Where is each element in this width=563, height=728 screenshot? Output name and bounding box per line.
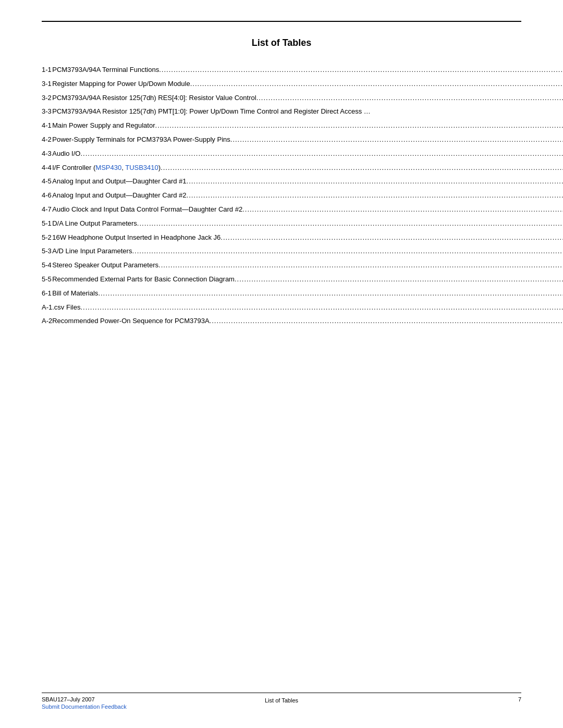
footer-left: SBAU127–July 2007 Submit Documentation F… [42,696,127,710]
toc-title: Register Mapping for Power Up/Down Modul… [52,77,563,91]
toc-leaders [256,93,563,104]
toc-title: I/F Controller (MSP430, TUSB3410) [52,161,563,175]
table-row: 4-7Audio Clock and Input Data Control Fo… [42,203,563,217]
toc-number: A-2 [42,314,52,328]
toc-title-text: PCM3793A/94A Terminal Functions [52,65,159,76]
toc-title-text: Main Power Supply and Regulator [52,120,155,131]
toc-number: 3-1 [42,77,52,91]
toc-number: 4-4 [42,161,52,175]
toc-leaders [187,190,563,201]
toc-title: Analog Input and Output—Daughter Card #1 [52,175,563,189]
toc-title-text: .csv Files [52,302,80,313]
table-row: 5-1D/A Line Output Parameters56 [42,217,563,231]
toc-number: 5-3 [42,244,52,258]
toc-number: 4-3 [42,147,52,161]
toc-title: PCM3793A/94A Resistor 125(7dh) PMT[1:0]:… [52,105,563,119]
toc-title: A/D Line Input Parameters [52,244,563,258]
toc-number: A-1 [42,301,52,315]
footer-doc-id: SBAU127–July 2007 [42,696,127,702]
toc-title-text: Power-Supply Terminals for PCM3793A Powe… [52,134,230,145]
page-container: List of Tables 1-1PCM3793A/94A Terminal … [0,0,563,728]
toc-title: Stereo Speaker Output Parameters [52,258,563,273]
toc-title-text: D/A Line Output Parameters [52,218,137,229]
toc-title: D/A Line Output Parameters [52,217,563,231]
top-border [42,21,521,22]
toc-title: Power-Supply Terminals for PCM3793A Powe… [52,133,563,147]
toc-number: 5-1 [42,217,52,231]
page-title: List of Tables [42,38,521,48]
toc-number: 6-1 [42,287,52,301]
toc-leaders [155,120,563,131]
toc-leaders [98,288,563,299]
toc-title-text: Analog Input and Output—Daughter Card #2 [52,190,186,201]
toc-title-text: Audio Clock and Input Data Control Forma… [52,204,242,215]
toc-leaders [80,149,563,159]
table-row: 6-1Bill of Materials 71 [42,287,563,301]
table-row: 1-1PCM3793A/94A Terminal Functions14 [42,63,563,77]
toc-number: 4-2 [42,133,52,147]
toc-title-text: PCM3793A/94A Resistor 125(7dh) RES[4:0]:… [52,93,256,104]
toc-title: .csv Files [52,301,563,315]
toc-title-text: Bill of Materials [52,288,98,299]
toc-title: 16W Headphone Output Inserted in Headpho… [52,231,563,245]
table-row: A-2Recommended Power-On Sequence for PCM… [42,314,563,328]
toc-title-text: Audio I/O [52,149,80,159]
table-row: 4-1Main Power Supply and Regulator44 [42,119,563,133]
toc-title-text: A/D Line Input Parameters [52,246,132,257]
toc-title-text: I/F Controller (MSP430, TUSB3410) [52,163,161,174]
toc-number: 4-1 [42,119,52,133]
toc-number: 3-2 [42,91,52,105]
toc-number: 4-7 [42,203,52,217]
footer: SBAU127–July 2007 Submit Documentation F… [42,693,521,710]
toc-number: 5-5 [42,273,52,287]
toc-leaders [132,246,563,257]
toc-title: Analog Input and Output—Daughter Card #2 [52,189,563,203]
table-row: 4-4I/F Controller (MSP430, TUSB3410) 45 [42,161,563,175]
toc-title: Main Power Supply and Regulator [52,119,563,133]
tusb3410-link[interactable]: TUSB3410 [125,164,158,171]
toc-leaders [235,274,563,285]
toc-table: 1-1PCM3793A/94A Terminal Functions143-1R… [42,63,563,328]
table-row: 5-5Recommended External Parts for Basic … [42,273,563,287]
toc-leaders [187,176,563,187]
toc-title-text: Register Mapping for Power Up/Down Modul… [52,79,190,90]
toc-leaders [159,65,563,76]
table-row: 4-5Analog Input and Output—Daughter Card… [42,175,563,189]
toc-title-text: Analog Input and Output—Daughter Card #1 [52,176,186,187]
toc-number: 1-1 [42,63,52,77]
toc-number: 4-6 [42,189,52,203]
footer-section-title: List of Tables [265,697,298,704]
toc-title: Recommended External Parts for Basic Con… [52,273,563,287]
table-row: 4-6Analog Input and Output—Daughter Card… [42,189,563,203]
toc-title: Audio I/O [52,147,563,161]
toc-title: PCM3793A/94A Resistor 125(7dh) RES[4:0]:… [52,91,563,105]
table-row: 3-3PCM3793A/94A Resistor 125(7dh) PMT[1:… [42,105,563,119]
table-row: 5-4Stereo Speaker Output Parameters 57 [42,258,563,273]
footer-page-number: 7 [518,696,521,702]
toc-title-text: Recommended Power-On Sequence for PCM379… [52,316,209,327]
toc-title-text: Recommended External Parts for Basic Con… [52,274,235,285]
toc-leaders [137,218,563,229]
toc-title: Recommended Power-On Sequence for PCM379… [52,314,563,328]
toc-title-text: 16W Headphone Output Inserted in Headpho… [52,232,221,243]
table-row: A-1.csv Files 74 [42,301,563,315]
toc-leaders [158,260,563,271]
table-row: 4-2Power-Supply Terminals for PCM3793A P… [42,133,563,147]
toc-title-text: PCM3793A/94A Resistor 125(7dh) PMT[1:0]:… [52,106,371,117]
toc-number: 5-2 [42,231,52,245]
table-row: 3-1Register Mapping for Power Up/Down Mo… [42,77,563,91]
msp430-link[interactable]: MSP430 [95,164,121,171]
toc-leaders [161,163,563,174]
toc-number: 5-4 [42,258,52,273]
toc-title: PCM3793A/94A Terminal Functions [52,63,563,77]
toc-leaders [221,232,563,243]
footer-feedback-link[interactable]: Submit Documentation Feedback [42,704,127,710]
toc-title: Bill of Materials [52,287,563,301]
toc-title-text: Stereo Speaker Output Parameters [52,260,158,271]
table-row: 5-216W Headphone Output Inserted in Head… [42,231,563,245]
table-row: 4-3Audio I/O 45 [42,147,563,161]
toc-leaders [210,316,563,327]
toc-number: 3-3 [42,105,52,119]
toc-title: Audio Clock and Input Data Control Forma… [52,203,563,217]
toc-number: 4-5 [42,175,52,189]
